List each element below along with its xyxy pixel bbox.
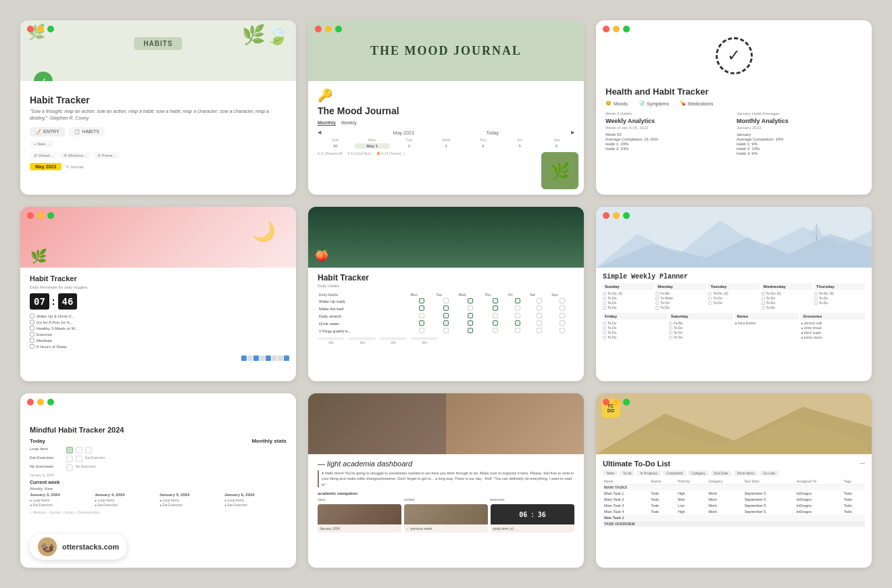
current-week-label: Current week <box>30 480 287 485</box>
nav-resources[interactable]: resources <box>490 497 574 501</box>
day-2[interactable]: 2 <box>391 143 427 149</box>
note-1: ● Nota Nothin <box>735 321 799 325</box>
card-mindful-habit[interactable]: Mindful Habit Tracker 2024 Today Monthly… <box>20 393 296 568</box>
tab-symptoms[interactable]: 🩺 Symptoms <box>639 101 669 106</box>
filter-table[interactable]: Table <box>603 470 618 476</box>
tab-moods[interactable]: 😊 Moods <box>605 101 628 106</box>
planner-friday: Friday <box>603 313 667 320</box>
habits-button[interactable]: 📋 HABITS <box>69 127 105 137</box>
clock-sep: : <box>52 296 55 307</box>
entry-button[interactable]: 📝 ENTRY <box>30 127 65 137</box>
cal-sun: Sun <box>318 138 353 142</box>
day-6[interactable]: 6 <box>539 143 574 149</box>
filter-doneitems[interactable]: Done Items <box>734 470 758 476</box>
tue-todo-2: To-Do <box>708 296 759 300</box>
h-check-2[interactable] <box>76 447 82 454</box>
habit-today-row-2: Eat Exercism Eat Exercism <box>30 456 287 462</box>
task-priority-1: High <box>676 491 707 497</box>
hg-1 <box>241 356 247 361</box>
prog-1: 0% <box>318 337 345 345</box>
h1-mon[interactable] <box>409 297 435 305</box>
card-light-academia[interactable]: — light academia dashboard ● Hello there… <box>308 393 584 568</box>
hg-5 <box>266 356 271 361</box>
task-name-3[interactable]: Main Task 3 <box>603 503 649 509</box>
h1-fri[interactable] <box>507 297 528 305</box>
habit-name-1: Wake Up early <box>318 297 409 305</box>
mood-icon: 🔑 <box>318 88 574 103</box>
planner-col-tue: Tuesday To-Do: (6) To-Do To-Do <box>708 283 759 310</box>
task-name-2[interactable]: Main Task 2 <box>603 497 649 503</box>
task-check-3[interactable] <box>30 326 34 330</box>
th-wed: Wed <box>457 292 484 297</box>
card-todo-list[interactable]: TCDO Ultimate To-Do List — Table To-do I… <box>596 393 872 568</box>
card-habit-tracker-1[interactable]: 🌿 HABITS 🌿🍃 ✓ Habit Tracker "Sow a thoug… <box>20 20 296 195</box>
card-habit-forest[interactable]: 🍑 Habit Tracker Daily Habits Daily Habit… <box>308 207 584 381</box>
card-7-top <box>20 393 296 420</box>
dashboard-title: — light academia dashboard <box>318 460 574 468</box>
habit-today-row: Loop Item <box>30 447 287 454</box>
day-3[interactable]: 3 <box>428 143 464 149</box>
h-check-3[interactable] <box>85 447 92 454</box>
task-check-5[interactable] <box>30 338 34 343</box>
sub-item-2[interactable]: ⊘ Workout... <box>59 151 91 159</box>
h1-wed[interactable] <box>457 297 484 305</box>
sub-item-1[interactable]: ⊘ Dread... <box>30 151 57 159</box>
h-check-6[interactable] <box>66 464 73 471</box>
bottom-content-3: study time | cl... <box>491 524 574 533</box>
day-4[interactable]: 4 <box>465 143 501 149</box>
tab-medications[interactable]: 💊 Medications <box>680 101 713 106</box>
task-check-6[interactable] <box>30 344 34 349</box>
h1-tue[interactable] <box>435 297 457 305</box>
h1-sat[interactable] <box>528 297 550 305</box>
h1-thu[interactable] <box>483 297 507 305</box>
task-check-2[interactable] <box>30 320 34 324</box>
day-1[interactable]: May 1 <box>355 143 391 149</box>
card-habit-clock[interactable]: 🌙 🌿 Habit Tracker Daily Reminder for dai… <box>20 207 296 381</box>
prog-4: 0% <box>411 337 438 345</box>
new-btn[interactable]: + New ... <box>30 141 54 147</box>
nav-weekly[interactable]: Weekly <box>341 120 357 126</box>
task-status-4: Todo <box>649 509 676 515</box>
h-check-4[interactable] <box>66 456 73 462</box>
habit-n1: Loop Item <box>30 447 64 454</box>
filter-duedate[interactable]: Due Date <box>711 470 732 476</box>
tl-yellow-4 <box>37 212 44 219</box>
hg-8 <box>284 356 289 361</box>
h-check-5[interactable] <box>76 456 82 462</box>
nav-contact[interactable]: contact <box>403 497 488 501</box>
task-name-4[interactable]: Main Task 4 <box>603 509 649 515</box>
task-name-1[interactable]: Main Task 1 <box>603 491 649 497</box>
filter-todo[interactable]: To-do <box>620 470 635 476</box>
h1-sun[interactable] <box>550 297 574 305</box>
h-check-1[interactable] <box>66 447 73 454</box>
card-weekly-planner[interactable]: Simple Weekly Planner Sunday To-Do: (6) … <box>596 207 872 381</box>
card-mood-journal[interactable]: THE MOOD JOURNAL 🔑 The Mood Journal Mont… <box>308 20 584 195</box>
bottom-row: May 2023 ✎ Journal <box>30 163 287 170</box>
prev-month[interactable]: ◀ <box>318 130 321 135</box>
task-check-4[interactable] <box>30 332 34 337</box>
planner-tuesday: Tuesday <box>708 283 759 290</box>
may-tag[interactable]: May 2023 <box>30 163 61 170</box>
today-btn[interactable]: Today <box>486 130 499 135</box>
day-30[interactable]: 30 <box>318 143 353 149</box>
nav-class[interactable]: class <box>318 497 402 501</box>
day-5[interactable]: 5 <box>502 143 538 149</box>
next-month[interactable]: ▶ <box>571 130 574 135</box>
habit-table-header: Daily Habits Mon Tue Wed Thu Fri Sat Sun <box>318 292 574 297</box>
card-1-top: 🌿 HABITS 🌿🍃 ✓ <box>20 20 296 81</box>
nav-monthly[interactable]: Monthly <box>318 120 336 126</box>
card-health-habit[interactable]: ✓ Health and Habit Tracker 😊 Moods 🩺 Sym… <box>596 20 872 195</box>
expand-icon[interactable]: — <box>860 460 865 468</box>
journal-tag[interactable]: ✎ Journal <box>66 164 83 169</box>
thu-todo-1: To-Do: (6) <box>814 291 865 295</box>
weekly-header: Week 2 Habits <box>605 112 731 116</box>
filter-completed[interactable]: Completed <box>663 470 686 476</box>
task-check-1[interactable] <box>30 314 34 318</box>
progress-row: 0% 0% 0% 0% <box>318 337 574 345</box>
filter-golate[interactable]: Go Late <box>760 470 778 476</box>
sub-item-3[interactable]: ⊘ Preve... <box>93 151 120 159</box>
filter-category[interactable]: Category <box>688 470 708 476</box>
tl-yellow-7 <box>37 399 44 406</box>
habit3-m: Habit 3: 9% <box>737 151 862 155</box>
filter-inprogress[interactable]: In Progress <box>637 470 661 476</box>
